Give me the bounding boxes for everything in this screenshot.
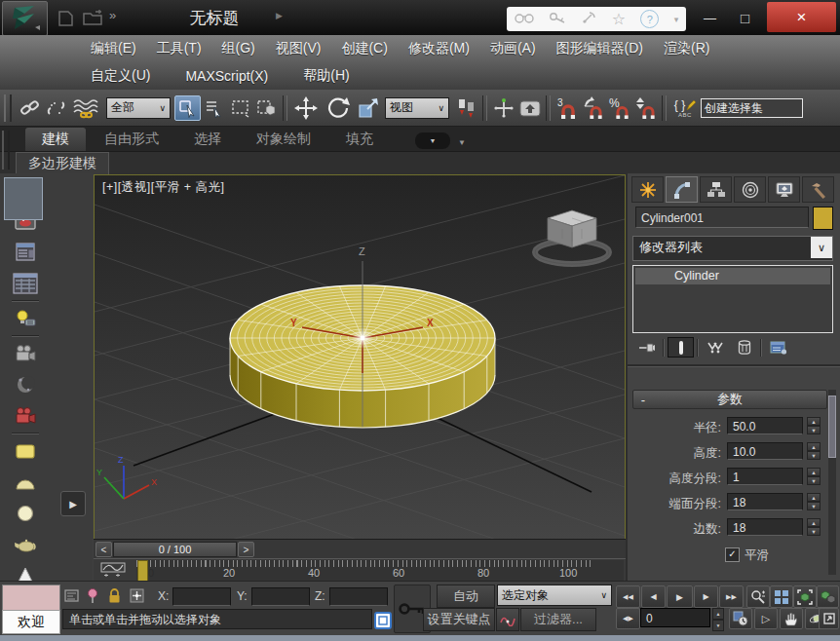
scene-explorer-icon[interactable] (374, 612, 392, 632)
favorites-star-icon[interactable]: ☆ (612, 10, 626, 28)
welcome-button[interactable]: 欢迎 (2, 610, 60, 634)
cap-segments-field[interactable]: 18 (727, 493, 803, 510)
remove-modifier-button[interactable] (731, 337, 757, 358)
height-field[interactable]: 10.0 (727, 442, 803, 460)
light-lister-icon[interactable] (10, 304, 41, 333)
spinner-up-icon[interactable]: ▲ (807, 417, 821, 426)
menu-group[interactable]: 组(G) (222, 40, 255, 57)
workspace-arrow-icon[interactable]: ▶ (276, 11, 283, 20)
go-to-start-button[interactable]: ◀◀ (616, 585, 640, 608)
environment-icon[interactable] (10, 370, 41, 399)
selection-lock-icon[interactable] (107, 587, 122, 607)
time-slider[interactable]: < 0 / 100 > (94, 539, 626, 558)
spinner-down-icon[interactable]: ▼ (807, 426, 821, 434)
absolute-offset-mode-icon[interactable] (129, 587, 145, 607)
pin-stack-button[interactable] (633, 337, 660, 358)
plane-primitive-icon[interactable] (10, 436, 41, 466)
spinner-down-icon[interactable]: ▼ (807, 476, 821, 485)
menu-customize[interactable]: 自定义(U) (91, 67, 150, 85)
zoom-icon[interactable] (746, 585, 770, 608)
spinner-down-icon[interactable]: ▼ (807, 451, 821, 460)
select-and-rotate-button[interactable] (322, 95, 355, 121)
ribbon-drag-handle[interactable] (2, 131, 10, 170)
make-unique-button[interactable] (702, 337, 728, 358)
spinner-up-icon[interactable]: ▲ (807, 518, 821, 527)
radius-field[interactable]: 50.0 (727, 417, 803, 434)
use-pivot-center-button[interactable] (453, 95, 479, 121)
smooth-checkbox[interactable]: ✓ (725, 547, 740, 562)
scrollbar-thumb[interactable] (828, 396, 836, 458)
filters-button[interactable]: 过滤器... (520, 608, 596, 631)
zoom-extents-all-icon[interactable] (817, 585, 839, 608)
object-name-field[interactable]: Cylinder001 (635, 207, 809, 228)
auto-key-button[interactable]: 自动 (437, 584, 495, 608)
menu-modifiers[interactable]: 修改器(M) (408, 40, 470, 57)
bind-to-spacewarp-button[interactable] (69, 95, 102, 121)
pan-hand-icon[interactable] (780, 608, 803, 629)
play-button[interactable]: ▶ (667, 585, 693, 608)
ribbon-tab-object-paint[interactable]: 对象绘制 (240, 128, 327, 151)
help-icon[interactable]: ? (640, 10, 659, 28)
current-frame-field[interactable]: 0 (640, 608, 710, 627)
subscription-key-icon[interactable] (549, 11, 566, 27)
new-key-default-in-out-button[interactable] (496, 608, 519, 631)
track-bar[interactable]: 0 20 40 60 80 100 (94, 558, 626, 582)
zoom-all-icon[interactable] (770, 585, 793, 608)
go-to-end-button[interactable]: ▶▶ (719, 585, 744, 608)
select-and-manipulate-button[interactable] (490, 95, 516, 121)
spinner-up-icon[interactable]: ▲ (807, 442, 821, 451)
close-button[interactable]: × (767, 2, 836, 32)
spinner-up-icon[interactable]: ▲ (807, 468, 821, 476)
time-slider-value[interactable]: 0 / 100 (113, 542, 237, 557)
y-coord-field[interactable] (251, 587, 310, 606)
new-scene-icon[interactable] (57, 10, 76, 30)
menu-rendering[interactable]: 渲染(R) (664, 40, 709, 57)
frame-spinner[interactable]: ▲ ▼ (712, 608, 724, 631)
hierarchy-tab[interactable] (700, 176, 732, 203)
viewcube[interactable] (535, 210, 609, 264)
height-segments-spinner[interactable]: ▲ ▼ (807, 468, 821, 485)
create-tab[interactable] (631, 176, 664, 203)
zoom-extents-selected-icon[interactable] (793, 585, 817, 608)
window-crossing-toggle-button[interactable] (253, 95, 280, 121)
menu-edit[interactable]: 编辑(E) (91, 40, 136, 57)
angle-snap-toggle-button[interactable] (580, 95, 606, 121)
communication-center-icon[interactable] (581, 11, 596, 27)
select-and-scale-button[interactable] (355, 95, 381, 121)
viewport-label-menus[interactable]: [+][透视][平滑 + 高光] (102, 179, 224, 196)
maximize-viewport-toggle-icon[interactable] (819, 608, 839, 629)
ribbon-minimize-button[interactable]: ▼ (415, 132, 450, 149)
height-segments-field[interactable]: 1 (727, 468, 803, 485)
menu-create[interactable]: 创建(C) (341, 40, 387, 57)
spinner-up-icon[interactable]: ▲ (712, 608, 724, 620)
rectangular-selection-region-button[interactable] (227, 95, 253, 121)
z-coord-field[interactable] (329, 587, 388, 606)
motion-tab[interactable] (734, 176, 766, 203)
minimize-button[interactable]: — (694, 5, 726, 31)
spinner-down-icon[interactable]: ▼ (807, 527, 821, 536)
menu-views[interactable]: 视图(V) (276, 40, 322, 57)
time-prev-button[interactable]: < (95, 542, 112, 557)
menu-graph-editors[interactable]: 图形编辑器(D) (556, 40, 643, 57)
spinner-down-icon[interactable]: ▼ (807, 502, 821, 510)
open-file-icon[interactable] (82, 10, 105, 30)
height-spinner[interactable]: ▲ ▼ (807, 442, 821, 460)
dome-primitive-icon[interactable] (10, 468, 41, 497)
unlink-selection-button[interactable] (43, 95, 69, 121)
isolate-selection-icon[interactable] (86, 587, 99, 608)
previous-frame-button[interactable]: ◀ (641, 585, 666, 608)
key-mode-toggle-button[interactable]: ◀▶ (616, 608, 640, 629)
select-and-move-button[interactable] (290, 95, 322, 121)
rendered-frame-window-icon[interactable] (10, 238, 41, 267)
search-binoculars-icon[interactable] (515, 11, 534, 27)
menu-help[interactable]: 帮助(H) (303, 67, 349, 85)
named-selection-set-field[interactable]: 创建选择集 (701, 98, 803, 118)
ribbon-tab-populate[interactable]: 填充 (329, 128, 390, 151)
snap-toggle-3d-button[interactable]: 3 (554, 95, 580, 121)
mini-listener-icon[interactable] (64, 588, 80, 607)
object-color-swatch[interactable] (813, 207, 833, 230)
cap-segments-spinner[interactable]: ▲ ▼ (807, 493, 821, 510)
current-frame-marker[interactable] (137, 560, 148, 583)
video-camera-red-icon[interactable] (10, 401, 41, 431)
modify-tab[interactable] (666, 176, 698, 203)
